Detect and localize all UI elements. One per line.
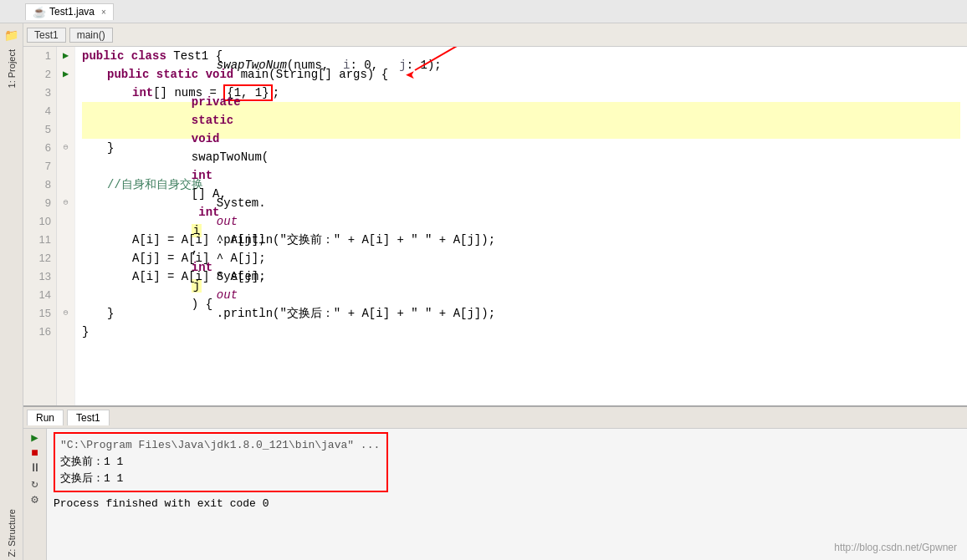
output-line-1: 交换前：1 1 (60, 454, 381, 471)
pause-icon-bottom[interactable]: ⏸ (29, 461, 41, 475)
left-panel: 📁 1: Project Z: Structure (0, 23, 23, 560)
line-num-16: 16 (23, 323, 56, 341)
line-num-1: 1 (23, 47, 56, 65)
line-num-5: 5 (23, 120, 56, 139)
refresh-icon-bottom[interactable]: ↻ (31, 476, 38, 491)
settings-icon-bottom[interactable]: ⚙ (31, 492, 38, 507)
code-line-11: A[i] = A[i] ^ A[j]; (82, 231, 960, 249)
code-editor[interactable]: 1 2 3 4 5 6 7 8 9 10 11 12 13 14 15 16 ▶… (23, 47, 967, 405)
close-brace-15: } (107, 307, 114, 320)
main-area: 📁 1: Project Z: Structure Test1 main() 1… (0, 23, 967, 560)
system-10: System. (217, 196, 266, 210)
gutter-10 (57, 212, 74, 231)
tab-close-button[interactable]: × (101, 8, 106, 17)
gutter-1: ▶ (57, 47, 74, 65)
gutter-16 (57, 323, 74, 341)
line-num-15: 15 (23, 304, 56, 323)
tab-run[interactable]: Run (27, 410, 64, 425)
gutter-9: ⊖ (57, 194, 74, 212)
gutter-2: ▶ (57, 65, 74, 84)
code-line-10: System. out .println("交换前：" + A[i] + " "… (82, 212, 960, 231)
code-gutter: ▶ ▶ ⊖ ⊖ ⊖ (57, 47, 75, 405)
test1-btn[interactable]: Test1 (27, 28, 66, 43)
out-10: out (217, 215, 238, 228)
output-area: "C:\Program Files\Java\jdk1.8.0_121\bin\… (47, 429, 967, 560)
line-num-12: 12 (23, 249, 56, 267)
project-label: 1: Project (7, 46, 17, 91)
line-numbers: 1 2 3 4 5 6 7 8 9 10 11 12 13 14 15 16 (23, 47, 57, 405)
title-bar: ☕ Test1.java × (0, 0, 967, 23)
system-14: System. (217, 270, 266, 283)
gutter-6: ⊖ (57, 139, 74, 157)
run-icon-2[interactable]: ▶ (63, 65, 69, 84)
main-btn[interactable]: main() (69, 28, 113, 43)
fold-icon-6[interactable]: ⊖ (63, 139, 68, 157)
output-cmd: "C:\Program Files\Java\jdk1.8.0_121\bin\… (60, 437, 381, 454)
line-num-13: 13 (23, 267, 56, 286)
println-14: .println("交换后：" + A[i] + " " + A[j]); (217, 307, 495, 320)
gutter-14 (57, 286, 74, 304)
watermark: http://blog.csdn.net/Gpwner (834, 542, 957, 553)
line-num-7: 7 (23, 157, 56, 176)
out-14: out (217, 288, 238, 302)
line-num-6: 6 (23, 139, 56, 157)
bottom-panel: Run Test1 ▶ ■ ⏸ ↻ ⚙ "C:\Program Files\Ja… (23, 405, 967, 560)
line-num-2: 2 (23, 65, 56, 84)
line-num-14: 14 (23, 286, 56, 304)
bottom-content: ▶ ■ ⏸ ↻ ⚙ "C:\Program Files\Java\jdk1.8.… (23, 429, 967, 560)
gutter-7 (57, 157, 74, 176)
gutter-11 (57, 231, 74, 249)
gutter-4 (57, 102, 74, 120)
bottom-tabs: Run Test1 (23, 407, 967, 429)
line-num-10: 10 (23, 212, 56, 231)
gutter-12 (57, 249, 74, 267)
structure-label: Z: Structure (7, 506, 17, 560)
stop-icon-bottom[interactable]: ■ (31, 446, 38, 460)
line-num-4: 4 (23, 102, 56, 120)
project-icon[interactable]: 📁 (4, 28, 18, 43)
close-brace-16: } (82, 323, 89, 341)
gutter-8 (57, 176, 74, 194)
xor-11: A[i] = A[i] ^ A[j]; (132, 233, 266, 247)
bottom-gutter: ▶ ■ ⏸ ↻ ⚙ (23, 429, 47, 560)
gutter-5 (57, 120, 74, 139)
gutter-13 (57, 267, 74, 286)
output-box: "C:\Program Files\Java\jdk1.8.0_121\bin\… (54, 432, 388, 492)
gutter-3 (57, 84, 74, 102)
fold-icon-9[interactable]: ⊖ (63, 194, 68, 212)
file-tab[interactable]: ☕ Test1.java × (25, 3, 114, 20)
run-icon-bottom[interactable]: ▶ (31, 430, 38, 445)
run-icon-1[interactable]: ▶ (63, 47, 69, 65)
fold-icon-15[interactable]: ⊖ (63, 304, 68, 323)
tab-test1[interactable]: Test1 (67, 410, 110, 425)
java-icon: ☕ (33, 6, 46, 18)
editor-toolbar: Test1 main() (23, 23, 967, 47)
line-num-9: 9 (23, 194, 56, 212)
tab-filename: Test1.java (49, 6, 95, 18)
code-line-14: System. out .println("交换后：" + A[i] + " "… (82, 286, 960, 304)
red-arrow-icon: ➤ (405, 68, 415, 86)
line-num-8: 8 (23, 176, 56, 194)
output-line-2: 交换后：1 1 (60, 471, 381, 487)
arrow-container: ➤ (217, 74, 315, 166)
process-line: Process finished with exit code 0 (54, 497, 960, 510)
gutter-15: ⊖ (57, 304, 74, 323)
line-num-11: 11 (23, 231, 56, 249)
code-lines[interactable]: public class Test1 { public static void … (75, 47, 967, 405)
line-num-3: 3 (23, 84, 56, 102)
editor-container: Test1 main() 1 2 3 4 5 6 7 8 9 10 11 12 … (23, 23, 967, 560)
